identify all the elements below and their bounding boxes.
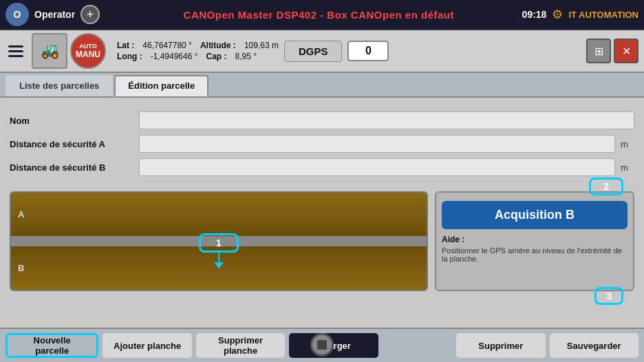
badge-1: 1 — [199, 233, 239, 253]
grid-buttons: ⊞ ✕ — [586, 39, 638, 63]
gps-info: Lat : 46,7647780 ° Altitude : 109,63 m L… — [117, 41, 279, 61]
long-value: -1,4949646 ° — [151, 52, 198, 61]
right-panel: 2 Acquisition B Aide : Positionner le GP… — [435, 191, 634, 291]
settings-icon[interactable]: ⚙ — [552, 7, 563, 22]
stop-icon — [317, 340, 327, 350]
badge-1-stem — [218, 253, 219, 262]
tab-edition-parcelle[interactable]: Édition parcelle — [114, 75, 208, 96]
avatar: O — [6, 3, 29, 26]
long-label: Long : — [117, 52, 142, 61]
badge-2: 2 — [589, 178, 623, 195]
brand-logo: IT AUTOMATION — [568, 10, 638, 20]
dgps-label: DGPS — [299, 45, 328, 57]
hamburger-menu[interactable] — [6, 43, 26, 60]
stop-button[interactable] — [310, 333, 334, 356]
dist-b-unit: m — [621, 162, 634, 173]
nom-label: Nom — [10, 116, 133, 126]
ajouter-planche-button[interactable]: Ajouter planche — [103, 333, 191, 358]
form-row-nom: Nom — [10, 111, 634, 129]
vehicle-icon-tractor: 🚜 — [32, 33, 67, 69]
top-bar-left: O Operator + — [6, 3, 116, 26]
top-bar: O Operator + CANOpen Master DSP402 - Box… — [0, 0, 644, 30]
supprimer-button[interactable]: Supprimer — [456, 333, 545, 358]
add-button[interactable]: + — [80, 5, 100, 24]
dist-a-label: Distance de sécurité A — [10, 139, 133, 149]
sauvegarder-button[interactable]: Sauvegarder — [550, 333, 638, 358]
manu-label: AUTO — [79, 43, 96, 50]
counter-box: 0 — [347, 41, 389, 61]
manu-badge: AUTO MANU — [70, 33, 106, 69]
supprimer-planche-button[interactable]: Supprimer planche — [196, 333, 285, 358]
bottom-bar: Nouvelle parcelle Ajouter planche Suppri… — [0, 328, 644, 362]
close-window-button[interactable]: ✕ — [614, 39, 638, 63]
dgps-box: DGPS — [284, 41, 343, 62]
altitude-value: 109,63 m — [244, 41, 279, 50]
cap-label: Cap : — [206, 52, 227, 61]
vehicle-icons: 🚜 AUTO MANU — [32, 33, 106, 69]
clock: 09:18 — [522, 9, 547, 20]
operator-label: Operator — [34, 9, 75, 20]
manu-text: MANU — [76, 50, 100, 59]
field-visual: A B 1 — [10, 191, 428, 291]
badge-1-container: 1 — [199, 233, 239, 268]
main-title: CANOpen Master DSP402 - Box CANOpen en d… — [184, 9, 454, 21]
main-content: Nom Distance de sécurité A m Distance de… — [0, 98, 644, 328]
field-label-b: B — [18, 263, 24, 273]
counter-value: 0 — [365, 45, 372, 56]
form-section: Nom Distance de sécurité A m Distance de… — [10, 106, 634, 187]
dist-a-input[interactable] — [139, 135, 615, 153]
tabs-bar: Liste des parcelles Édition parcelle — [0, 73, 644, 98]
badge-1-arrow — [214, 262, 224, 268]
cap-value: 8,95 ° — [235, 52, 257, 61]
nom-input[interactable] — [139, 111, 634, 129]
altitude-label: Altitude : — [200, 41, 236, 50]
form-row-dist-a: Distance de sécurité A m — [10, 135, 634, 153]
dist-b-label: Distance de sécurité B — [10, 162, 133, 173]
aide-title: Aide : — [442, 235, 627, 244]
dist-a-unit: m — [621, 139, 634, 149]
field-label-a: A — [18, 209, 24, 220]
aide-section: Aide : Positionner le GPS arrière au niv… — [442, 235, 627, 263]
tab-liste-parcelles[interactable]: Liste des parcelles — [6, 75, 113, 96]
top-bar-right: 09:18 ⚙ IT AUTOMATION — [522, 7, 638, 22]
field-strip-a: A — [11, 193, 427, 236]
lower-section: A B 1 2 Acquisition B Aide : — [10, 191, 634, 291]
nouvelle-parcelle-button[interactable]: Nouvelle parcelle — [6, 333, 98, 358]
dist-b-input[interactable] — [139, 158, 615, 176]
aide-text: Positionner le GPS arrière au niveau de … — [442, 246, 627, 263]
acquisition-b-button[interactable]: Acquisition B — [442, 201, 627, 229]
second-bar: 🚜 AUTO MANU Lat : 46,7647780 ° Altitude … — [0, 30, 644, 73]
badge-3: 3 — [594, 287, 623, 305]
title-bar: CANOpen Master DSP402 - Box CANOpen en d… — [116, 9, 522, 21]
form-row-dist-b: Distance de sécurité B m — [10, 158, 634, 176]
grid-view-button[interactable]: ⊞ — [586, 39, 611, 63]
lat-label: Lat : — [117, 41, 134, 50]
lat-value: 46,7647780 ° — [142, 41, 192, 50]
